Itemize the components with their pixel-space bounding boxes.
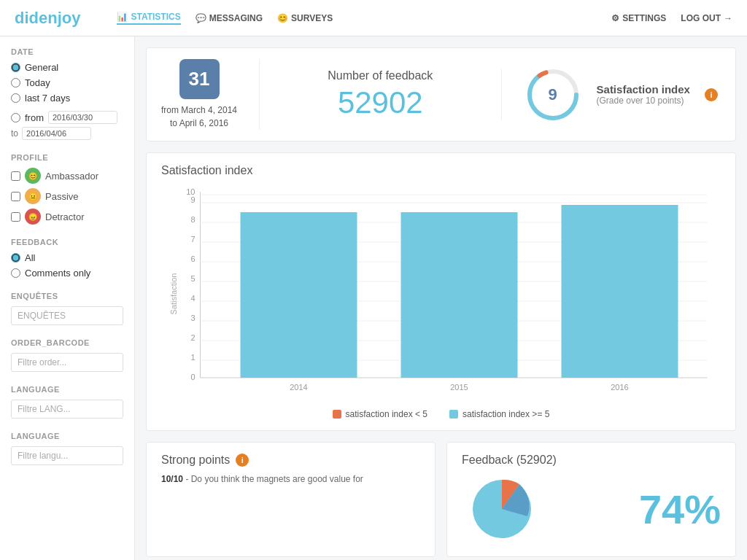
svg-text:2016: 2016 [611,383,628,392]
date-from-radio[interactable]: from [11,111,123,124]
logout-icon: → [724,13,732,23]
feedback-label: Number of feedback [282,69,479,82]
passive-avatar: 😐 [25,188,41,204]
legend-low-dot [333,410,341,419]
feedback-card: Feedback (52902) 74% [446,442,736,557]
chart-card: Satisfaction index 0 1 2 3 4 5 6 7 8 [146,152,736,431]
satisfaction-value: 9 [548,85,557,104]
strong-points-card: Strong points i 10/10 - Do you think the… [146,442,436,557]
profile-label: PROFILE [11,153,123,162]
logout-button[interactable]: LOG OUT → [681,13,732,23]
profile-section: PROFILE 😊 Ambassador 😐 Passive 😠 Detract… [11,153,123,225]
date-section: DATE General Today last 7 days [11,47,123,140]
feedback-comments[interactable]: Comments only [11,268,123,279]
sidebar: DATE General Today last 7 days [0,36,135,560]
header-right: ⚙ SETTINGS LOG OUT → [611,13,732,23]
date-options: General Today last 7 days from [11,62,123,140]
date-from-input[interactable] [48,111,117,124]
feedback-section: FEEDBACK All Comments only [11,238,123,279]
nav-messaging[interactable]: 💬 MESSAGING [196,12,263,25]
stat-feedback: Number of feedback 52902 [260,69,501,120]
stat-satisfaction: 9 Satisfaction index (Grade over 10 poin… [502,66,721,124]
chart-svg: 0 1 2 3 4 5 6 7 8 9 10 [161,184,721,403]
svg-text:3: 3 [190,314,195,322]
bar-2016 [562,205,678,378]
date-to-input[interactable] [22,127,91,140]
date-range: from to [11,111,123,140]
order-barcode-section: ORDER_BARCODE [11,338,123,372]
enquetes-input[interactable] [11,306,123,325]
surveys-icon: 😊 [277,13,288,23]
svg-text:6: 6 [190,254,195,263]
order-input[interactable] [11,353,123,372]
settings-icon: ⚙ [611,13,619,23]
feedback-label: FEEDBACK [11,238,123,246]
profile-ambassador[interactable]: 😊 Ambassador [11,168,123,184]
feedback-value: 52902 [282,85,479,120]
strong-points-text: 10/10 - Do you think the magnets are goo… [161,472,420,486]
satisfaction-info-icon[interactable]: i [705,88,718,101]
feedback-card-title: Feedback (52902) [462,454,721,467]
bar-2015 [401,212,518,378]
main-nav: 📊 STATISTICS 💬 MESSAGING 😊 SURVEYS [117,12,589,25]
app-header: didenjoy 📊 STATISTICS 💬 MESSAGING 😊 SURV… [0,0,747,36]
language2-label: LANGUAGE [11,432,123,440]
feedback-percent: 74% [639,486,721,533]
chart-legend: satisfaction index < 5 satisfaction inde… [161,409,721,419]
calendar-icon: 31 [179,59,220,99]
order-barcode-label: ORDER_BARCODE [11,338,123,347]
svg-text:2: 2 [190,333,195,342]
strong-points-info-icon[interactable]: i [236,454,249,467]
legend-high-dot [449,410,458,419]
language-label: LANGUAGE [11,385,123,394]
feedback-options: All Comments only [11,252,123,279]
date-last7[interactable]: last 7 days [11,93,123,104]
main-layout: DATE General Today last 7 days [0,36,747,560]
legend-high: satisfaction index >= 5 [449,409,549,419]
date-label: DATE [11,47,123,56]
chart-area: 0 1 2 3 4 5 6 7 8 9 10 [161,184,721,403]
language2-section: LANGUAGE [11,432,123,465]
ambassador-avatar: 😊 [25,168,41,184]
svg-text:Satisfaction: Satisfaction [169,273,178,315]
profile-detractor[interactable]: 😠 Detractor [11,209,123,225]
svg-text:2014: 2014 [290,383,307,392]
detractor-avatar: 😠 [25,209,41,225]
svg-text:7: 7 [190,235,195,244]
strong-points-title: Strong points i [161,454,420,467]
logo: didenjoy [15,9,80,28]
svg-text:1: 1 [190,353,195,362]
date-today[interactable]: Today [11,77,123,88]
legend-low: satisfaction index < 5 [333,409,427,419]
profile-passive[interactable]: 😐 Passive [11,188,123,204]
nav-statistics[interactable]: 📊 STATISTICS [117,12,180,25]
language-section: LANGUAGE [11,385,123,419]
feedback-all[interactable]: All [11,252,123,263]
nav-surveys[interactable]: 😊 SURVEYS [277,12,333,25]
satisfaction-gauge: 9 [524,66,582,124]
date-range-text: from March 4, 2014 to April 6, 2016 [161,104,237,130]
satisfaction-desc: Satisfaction index (Grade over 10 points… [597,83,690,106]
bar-2014 [241,212,357,378]
date-general[interactable]: General [11,62,123,73]
enquetes-section: ENQUÊTES [11,292,123,325]
svg-text:2015: 2015 [450,383,468,392]
bottom-row: Strong points i 10/10 - Do you think the… [146,442,736,557]
svg-text:4: 4 [190,294,195,303]
svg-text:8: 8 [190,215,195,224]
pie-chart [462,472,549,545]
messaging-icon: 💬 [196,13,206,23]
pie-container: 74% [462,472,721,545]
language2-input[interactable] [11,446,123,465]
language-input[interactable] [11,400,123,419]
svg-text:0: 0 [190,373,195,381]
statistics-icon: 📊 [117,12,128,22]
stats-card: 31 from March 4, 2014 to April 6, 2016 N… [146,47,736,141]
svg-text:5: 5 [190,274,195,283]
svg-text:10: 10 [186,187,195,196]
stat-date: 31 from March 4, 2014 to April 6, 2016 [161,59,260,130]
date-to-row: to [11,127,123,140]
svg-text:9: 9 [190,195,195,204]
settings-button[interactable]: ⚙ SETTINGS [611,13,666,23]
chart-title: Satisfaction index [161,164,721,177]
